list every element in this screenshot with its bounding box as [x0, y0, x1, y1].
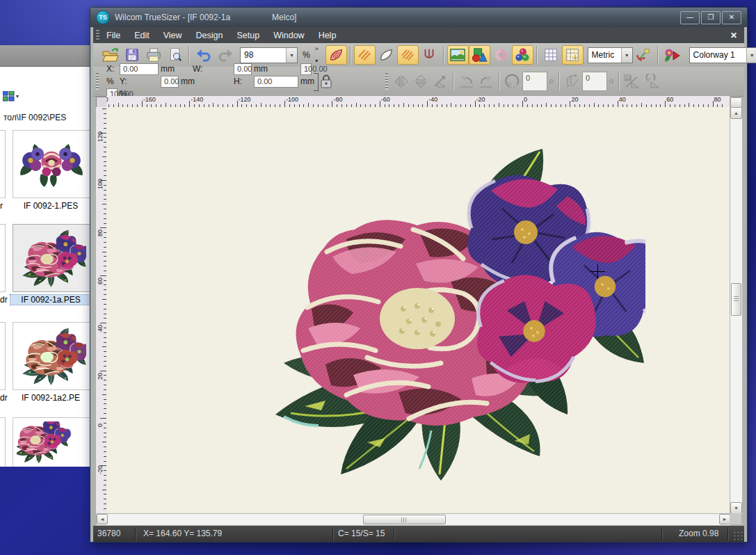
- scroll-up-button[interactable]: ▲: [730, 107, 742, 119]
- thumbnail-cell-cut[interactable]: [0, 417, 6, 467]
- rotate-angle-input[interactable]: 0: [522, 72, 547, 91]
- design-canvas[interactable]: [106, 107, 730, 513]
- scroll-down-button[interactable]: ▼: [730, 502, 742, 514]
- thread-colors-button[interactable]: [512, 45, 533, 65]
- menu-design[interactable]: Design: [189, 29, 230, 42]
- vertical-scrollbar[interactable]: ▲ ▼: [730, 97, 743, 515]
- show-repeats-button[interactable]: [490, 45, 512, 65]
- toolbar-overflow-button[interactable]: »▼: [314, 46, 319, 64]
- toolbar-separator: [443, 46, 444, 64]
- break-apart-button[interactable]: [642, 72, 661, 91]
- zoom-factor-combobox[interactable]: 98 ▼: [240, 47, 298, 63]
- w-percent-sign: %: [106, 77, 118, 86]
- toolbar-grip[interactable]: [96, 73, 99, 90]
- scale-10-percent-icon: 10: [623, 74, 641, 89]
- minimize-button[interactable]: —: [680, 11, 700, 24]
- maximize-button[interactable]: ❐: [701, 11, 721, 24]
- w-percent-input[interactable]: 100.00: [300, 63, 312, 75]
- vertical-scroll-thumb[interactable]: [731, 283, 741, 316]
- horizontal-scrollbar[interactable]: ◄ ►: [96, 513, 731, 526]
- print-icon: [145, 47, 162, 63]
- show-vectors-icon: [471, 47, 488, 63]
- hruler-label: 20: [571, 96, 578, 103]
- views-button[interactable]: ▾: [3, 87, 25, 105]
- toolbar-separator: [536, 46, 538, 64]
- horizontal-scroll-thumb[interactable]: [363, 515, 446, 524]
- redo-button[interactable]: [214, 45, 236, 65]
- thumbnail-filename[interactable]: IF 0092-1a.PES: [10, 295, 91, 305]
- mirror-horizontal-button[interactable]: [392, 72, 411, 91]
- scale-by-reference-button[interactable]: [431, 72, 450, 91]
- menu-edit[interactable]: Edit: [127, 29, 156, 42]
- print-button[interactable]: [143, 45, 164, 65]
- thumbnail-filename-fragment: dr: [0, 393, 9, 403]
- redo-icon: [217, 47, 234, 63]
- thumbnail-cell[interactable]: [13, 322, 90, 390]
- skew-angle-input[interactable]: 0: [582, 72, 607, 91]
- hruler-label: -120: [239, 96, 251, 103]
- menu-view[interactable]: View: [156, 29, 189, 42]
- x-input[interactable]: 0.00: [120, 63, 159, 75]
- rotate-by-angle-button[interactable]: [503, 72, 522, 91]
- undo-icon: [195, 47, 212, 63]
- document-close-button[interactable]: ✕: [730, 31, 737, 40]
- measurement-units-combobox[interactable]: Metric ▼: [588, 47, 633, 63]
- menu-setup[interactable]: Setup: [230, 29, 267, 42]
- chevron-down-icon[interactable]: ▼: [286, 48, 297, 63]
- thumbnail-cell-cut[interactable]: [0, 130, 6, 198]
- thumbnail-cell[interactable]: [13, 130, 90, 198]
- scrollbar-split-button[interactable]: [730, 97, 742, 108]
- thumbnail-cell-cut[interactable]: [0, 224, 6, 292]
- scroll-right-button[interactable]: ►: [719, 514, 730, 524]
- skew-by-angle-button[interactable]: [563, 72, 582, 91]
- thumbnail-cell[interactable]: [13, 417, 90, 467]
- thumbnail-cell-cut[interactable]: [0, 322, 6, 390]
- mirror-horizontal-icon: [393, 74, 410, 89]
- open-folder-button[interactable]: [99, 45, 121, 65]
- show-rulers-guides-button[interactable]: [562, 45, 584, 65]
- title-bar[interactable]: TS Wilcom TrueSizer - [IF 0092-1a Melco]…: [90, 8, 747, 27]
- needle-points-button[interactable]: [419, 45, 440, 65]
- colors-stops-count: C= 15/S= 15: [338, 529, 385, 538]
- thumbnail-filename[interactable]: IF 0092-1a2.PE: [10, 393, 91, 403]
- chevron-down-icon[interactable]: ▼: [621, 48, 632, 63]
- reshape-button[interactable]: [633, 45, 654, 65]
- w-input[interactable]: 0.00: [234, 63, 252, 75]
- outline-stitch-button[interactable]: [376, 45, 397, 65]
- x-label: X:: [106, 64, 118, 74]
- vertical-ruler[interactable]: 120100806040200-20-40: [96, 107, 107, 513]
- zoom-level: Zoom 0.98: [679, 529, 718, 538]
- fill-stitch-button[interactable]: [397, 45, 419, 65]
- show-vectors-button[interactable]: [469, 45, 490, 65]
- menu-file[interactable]: File: [99, 29, 127, 42]
- thumbnail-cell[interactable]: [13, 224, 90, 292]
- horizontal-ruler[interactable]: -180-160-140-120-100-80-60-40-2002040608…: [106, 96, 730, 108]
- mirror-vertical-button[interactable]: [411, 72, 431, 91]
- satin-stitch-button[interactable]: [325, 45, 347, 65]
- colorway-combobox[interactable]: Colorway 1 ▼: [689, 47, 756, 63]
- undo-button[interactable]: [193, 45, 214, 65]
- toolbar-grip[interactable]: [385, 73, 388, 90]
- tatami-stitch-button[interactable]: [354, 45, 376, 65]
- thumbnail-filename[interactable]: IF 0092-1.PES: [10, 201, 91, 211]
- menu-help[interactable]: Help: [312, 29, 344, 42]
- print-preview-button[interactable]: [164, 45, 186, 65]
- vruler-label: 100: [97, 179, 104, 189]
- toolbar-separator: [657, 46, 659, 64]
- close-button[interactable]: ✕: [722, 11, 741, 24]
- scale-10-percent-button[interactable]: 10: [622, 72, 642, 91]
- rotate-left-45-button[interactable]: [457, 72, 476, 91]
- scroll-left-button[interactable]: ◄: [97, 514, 108, 524]
- chevron-down-icon[interactable]: ▼: [746, 48, 756, 63]
- rotate-right-45-button[interactable]: [476, 72, 496, 91]
- save-button[interactable]: [121, 45, 143, 65]
- show-grid-button[interactable]: [540, 45, 562, 65]
- show-bitmap-button[interactable]: [447, 45, 469, 65]
- embroidery-design[interactable]: [242, 142, 645, 483]
- h-input[interactable]: 0.00: [254, 76, 298, 88]
- resize-grip[interactable]: [733, 531, 743, 540]
- stitch-player-button[interactable]: [661, 45, 683, 65]
- menu-window[interactable]: Window: [266, 29, 311, 42]
- y-input[interactable]: 0.00: [161, 76, 179, 88]
- lock-aspect-button[interactable]: [313, 68, 337, 95]
